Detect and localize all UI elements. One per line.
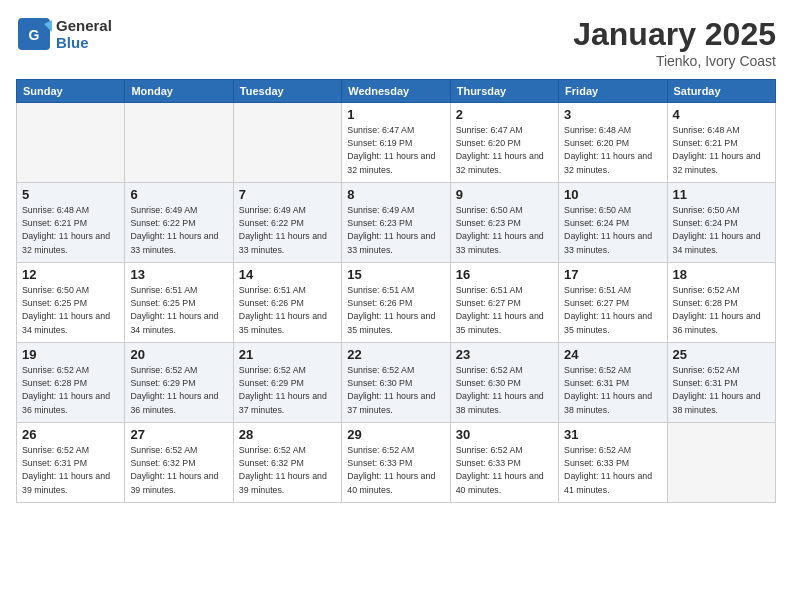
day-info: Sunrise: 6:52 AMSunset: 6:29 PMDaylight:… — [130, 364, 227, 417]
day-info: Sunrise: 6:49 AMSunset: 6:23 PMDaylight:… — [347, 204, 444, 257]
header: G General Blue January 2025 Tienko, Ivor… — [16, 16, 776, 69]
day-number: 6 — [130, 187, 227, 202]
calendar-cell: 4Sunrise: 6:48 AMSunset: 6:21 PMDaylight… — [667, 103, 775, 183]
calendar-cell — [17, 103, 125, 183]
calendar-cell: 13Sunrise: 6:51 AMSunset: 6:25 PMDayligh… — [125, 263, 233, 343]
weekday-header-wednesday: Wednesday — [342, 80, 450, 103]
day-number: 12 — [22, 267, 119, 282]
day-number: 27 — [130, 427, 227, 442]
day-info: Sunrise: 6:50 AMSunset: 6:24 PMDaylight:… — [673, 204, 770, 257]
calendar-cell: 20Sunrise: 6:52 AMSunset: 6:29 PMDayligh… — [125, 343, 233, 423]
day-number: 8 — [347, 187, 444, 202]
day-info: Sunrise: 6:48 AMSunset: 6:21 PMDaylight:… — [22, 204, 119, 257]
day-info: Sunrise: 6:51 AMSunset: 6:25 PMDaylight:… — [130, 284, 227, 337]
calendar-cell — [233, 103, 341, 183]
calendar-cell: 12Sunrise: 6:50 AMSunset: 6:25 PMDayligh… — [17, 263, 125, 343]
day-number: 22 — [347, 347, 444, 362]
calendar-cell: 22Sunrise: 6:52 AMSunset: 6:30 PMDayligh… — [342, 343, 450, 423]
day-info: Sunrise: 6:50 AMSunset: 6:24 PMDaylight:… — [564, 204, 661, 257]
calendar-cell: 14Sunrise: 6:51 AMSunset: 6:26 PMDayligh… — [233, 263, 341, 343]
day-info: Sunrise: 6:52 AMSunset: 6:31 PMDaylight:… — [22, 444, 119, 497]
day-info: Sunrise: 6:52 AMSunset: 6:28 PMDaylight:… — [673, 284, 770, 337]
logo-icon: G — [16, 16, 52, 52]
day-number: 20 — [130, 347, 227, 362]
logo: G General Blue — [16, 16, 112, 52]
day-number: 5 — [22, 187, 119, 202]
calendar: SundayMondayTuesdayWednesdayThursdayFrid… — [16, 79, 776, 503]
day-number: 7 — [239, 187, 336, 202]
day-info: Sunrise: 6:47 AMSunset: 6:20 PMDaylight:… — [456, 124, 553, 177]
calendar-cell: 15Sunrise: 6:51 AMSunset: 6:26 PMDayligh… — [342, 263, 450, 343]
day-info: Sunrise: 6:47 AMSunset: 6:19 PMDaylight:… — [347, 124, 444, 177]
weekday-header-thursday: Thursday — [450, 80, 558, 103]
day-number: 26 — [22, 427, 119, 442]
day-number: 4 — [673, 107, 770, 122]
day-number: 24 — [564, 347, 661, 362]
day-info: Sunrise: 6:52 AMSunset: 6:31 PMDaylight:… — [564, 364, 661, 417]
weekday-header-sunday: Sunday — [17, 80, 125, 103]
calendar-week-5: 26Sunrise: 6:52 AMSunset: 6:31 PMDayligh… — [17, 423, 776, 503]
main-title: January 2025 — [573, 16, 776, 53]
calendar-cell: 26Sunrise: 6:52 AMSunset: 6:31 PMDayligh… — [17, 423, 125, 503]
calendar-cell: 5Sunrise: 6:48 AMSunset: 6:21 PMDaylight… — [17, 183, 125, 263]
day-info: Sunrise: 6:51 AMSunset: 6:26 PMDaylight:… — [347, 284, 444, 337]
day-info: Sunrise: 6:52 AMSunset: 6:32 PMDaylight:… — [239, 444, 336, 497]
day-info: Sunrise: 6:49 AMSunset: 6:22 PMDaylight:… — [239, 204, 336, 257]
day-number: 29 — [347, 427, 444, 442]
day-info: Sunrise: 6:50 AMSunset: 6:23 PMDaylight:… — [456, 204, 553, 257]
day-number: 21 — [239, 347, 336, 362]
day-number: 23 — [456, 347, 553, 362]
day-number: 28 — [239, 427, 336, 442]
day-number: 30 — [456, 427, 553, 442]
weekday-header-row: SundayMondayTuesdayWednesdayThursdayFrid… — [17, 80, 776, 103]
day-number: 15 — [347, 267, 444, 282]
day-number: 2 — [456, 107, 553, 122]
calendar-cell: 17Sunrise: 6:51 AMSunset: 6:27 PMDayligh… — [559, 263, 667, 343]
calendar-cell: 6Sunrise: 6:49 AMSunset: 6:22 PMDaylight… — [125, 183, 233, 263]
day-number: 19 — [22, 347, 119, 362]
calendar-cell: 10Sunrise: 6:50 AMSunset: 6:24 PMDayligh… — [559, 183, 667, 263]
calendar-cell: 16Sunrise: 6:51 AMSunset: 6:27 PMDayligh… — [450, 263, 558, 343]
day-info: Sunrise: 6:52 AMSunset: 6:33 PMDaylight:… — [564, 444, 661, 497]
day-number: 16 — [456, 267, 553, 282]
calendar-cell: 27Sunrise: 6:52 AMSunset: 6:32 PMDayligh… — [125, 423, 233, 503]
calendar-cell: 19Sunrise: 6:52 AMSunset: 6:28 PMDayligh… — [17, 343, 125, 423]
calendar-cell: 11Sunrise: 6:50 AMSunset: 6:24 PMDayligh… — [667, 183, 775, 263]
day-number: 14 — [239, 267, 336, 282]
calendar-cell: 28Sunrise: 6:52 AMSunset: 6:32 PMDayligh… — [233, 423, 341, 503]
day-number: 1 — [347, 107, 444, 122]
calendar-cell: 23Sunrise: 6:52 AMSunset: 6:30 PMDayligh… — [450, 343, 558, 423]
day-number: 11 — [673, 187, 770, 202]
day-number: 13 — [130, 267, 227, 282]
day-number: 3 — [564, 107, 661, 122]
day-number: 18 — [673, 267, 770, 282]
day-info: Sunrise: 6:48 AMSunset: 6:21 PMDaylight:… — [673, 124, 770, 177]
day-info: Sunrise: 6:52 AMSunset: 6:28 PMDaylight:… — [22, 364, 119, 417]
calendar-cell: 31Sunrise: 6:52 AMSunset: 6:33 PMDayligh… — [559, 423, 667, 503]
calendar-cell — [125, 103, 233, 183]
day-number: 9 — [456, 187, 553, 202]
weekday-header-friday: Friday — [559, 80, 667, 103]
day-info: Sunrise: 6:52 AMSunset: 6:31 PMDaylight:… — [673, 364, 770, 417]
calendar-cell: 24Sunrise: 6:52 AMSunset: 6:31 PMDayligh… — [559, 343, 667, 423]
day-number: 17 — [564, 267, 661, 282]
day-info: Sunrise: 6:52 AMSunset: 6:30 PMDaylight:… — [456, 364, 553, 417]
page: G General Blue January 2025 Tienko, Ivor… — [0, 0, 792, 612]
weekday-header-saturday: Saturday — [667, 80, 775, 103]
calendar-cell: 29Sunrise: 6:52 AMSunset: 6:33 PMDayligh… — [342, 423, 450, 503]
calendar-cell: 8Sunrise: 6:49 AMSunset: 6:23 PMDaylight… — [342, 183, 450, 263]
calendar-cell: 30Sunrise: 6:52 AMSunset: 6:33 PMDayligh… — [450, 423, 558, 503]
day-number: 25 — [673, 347, 770, 362]
day-info: Sunrise: 6:52 AMSunset: 6:33 PMDaylight:… — [347, 444, 444, 497]
calendar-cell: 21Sunrise: 6:52 AMSunset: 6:29 PMDayligh… — [233, 343, 341, 423]
calendar-cell: 1Sunrise: 6:47 AMSunset: 6:19 PMDaylight… — [342, 103, 450, 183]
day-number: 31 — [564, 427, 661, 442]
day-info: Sunrise: 6:50 AMSunset: 6:25 PMDaylight:… — [22, 284, 119, 337]
day-info: Sunrise: 6:52 AMSunset: 6:29 PMDaylight:… — [239, 364, 336, 417]
svg-text:G: G — [29, 27, 40, 43]
calendar-cell: 25Sunrise: 6:52 AMSunset: 6:31 PMDayligh… — [667, 343, 775, 423]
day-info: Sunrise: 6:51 AMSunset: 6:27 PMDaylight:… — [456, 284, 553, 337]
day-info: Sunrise: 6:49 AMSunset: 6:22 PMDaylight:… — [130, 204, 227, 257]
calendar-cell — [667, 423, 775, 503]
day-info: Sunrise: 6:48 AMSunset: 6:20 PMDaylight:… — [564, 124, 661, 177]
